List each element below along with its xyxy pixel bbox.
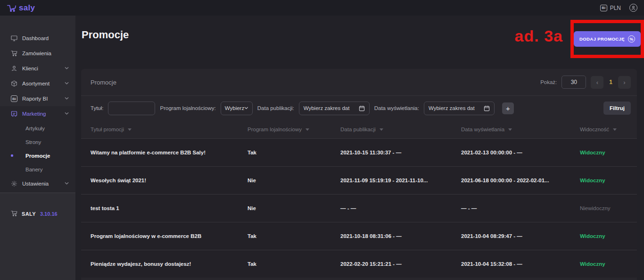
display-date-value: 2021-10-04 15:32:08 - —: [461, 261, 580, 267]
add-filter-button[interactable]: +: [502, 102, 514, 114]
column-header-title[interactable]: Tytuł promocji: [91, 127, 248, 132]
sidebar-item-label: Asortyment: [22, 81, 50, 86]
table-row[interactable]: Pieniądze wydajesz, bonusy dostajesz! Ta…: [81, 250, 637, 278]
panel-header: Promocje Pokaż: ‹ 1 ›: [81, 69, 637, 96]
sidebar-subitem-strony[interactable]: Strony: [0, 135, 75, 149]
column-header-display-date[interactable]: Data wyświetlania: [461, 127, 580, 132]
loyalty-filter-select[interactable]: Wybierz: [221, 102, 253, 115]
display-date-value: — - —: [461, 205, 580, 211]
marketing-board-icon: [11, 110, 17, 117]
loyalty-value: Nie: [248, 205, 340, 211]
publish-date-value: 2021-10-18 08:31:06 - —: [340, 233, 461, 239]
topbar-actions: Bi PLN: [600, 4, 637, 12]
app-name: SALY: [22, 211, 36, 217]
promotions-panel: Promocje Pokaż: ‹ 1 › Tytuł: Program loj…: [81, 69, 637, 280]
next-page-button[interactable]: ›: [618, 76, 631, 89]
display-date-placeholder: Wybierz zakres dat: [429, 105, 475, 111]
table-row[interactable]: Witamy na platformie e-commerce B2B Saly…: [81, 138, 637, 166]
sidebar-subitem-promocje[interactable]: Promocje: [0, 149, 75, 162]
page-title: Promocje: [82, 29, 129, 41]
loyalty-value: Nie: [248, 178, 340, 183]
cart-logo-icon: [7, 4, 17, 12]
promotion-title: test tosta 1: [91, 205, 248, 211]
sort-arrow-icon: [128, 128, 132, 131]
title-filter-input[interactable]: [108, 102, 155, 115]
user-icon: [631, 5, 636, 10]
sidebar-item-marketing[interactable]: Marketing: [0, 106, 75, 121]
logo-text: saly: [19, 3, 35, 13]
page-size-input[interactable]: [561, 76, 586, 89]
sidebar-item-label: Klienci: [22, 66, 38, 71]
filter-submit-button[interactable]: Filtruj: [603, 102, 631, 115]
annotation-ad-3a: ad. 3a: [515, 27, 563, 45]
publish-date-value: 2021-11-09 15:19:19 - 2021-11-10...: [340, 178, 461, 183]
person-icon: [11, 65, 17, 72]
column-header-visibility[interactable]: Widoczność: [580, 127, 637, 132]
sidebar-item-dashboard[interactable]: Dashboard: [0, 31, 75, 46]
publish-date-placeholder: Wybierz zakres dat: [304, 105, 350, 111]
display-date-value: 2021-02-13 00:00:00 - —: [461, 150, 580, 155]
chevron-down-icon: [65, 66, 69, 71]
sort-arrow-icon: [305, 128, 309, 131]
currency-selector[interactable]: Bi PLN: [600, 5, 621, 11]
current-page-number: 1: [608, 79, 613, 85]
sidebar-item-zamowienia[interactable]: Zamówienia: [0, 46, 75, 61]
publish-date-range-picker[interactable]: Wybierz zakres dat: [299, 102, 370, 115]
panel-title: Promocje: [91, 79, 116, 86]
display-date-filter-label: Data wyświetlania:: [374, 105, 419, 111]
publish-date-filter-label: Data publikacji:: [257, 105, 294, 111]
sidebar-item-ustawienia[interactable]: Ustawienia: [0, 176, 75, 191]
publish-date-value: — - —: [340, 205, 461, 211]
sidebar-item-label: Raporty BI: [22, 96, 48, 102]
bi-report-icon: Bi: [11, 95, 17, 102]
prev-page-button[interactable]: ‹: [591, 76, 603, 89]
table-row[interactable]: Program lojalnościowy w e-commerce B2B T…: [81, 222, 637, 250]
calendar-icon: [359, 105, 365, 111]
sidebar-item-klienci[interactable]: Klienci: [0, 61, 75, 76]
sidebar-item-asortyment[interactable]: Asortyment: [0, 76, 75, 91]
chevron-down-icon: [65, 181, 69, 187]
sidebar-item-raporty-bi[interactable]: Bi Raporty BI: [0, 91, 75, 106]
sort-arrow-icon: [613, 128, 617, 131]
display-date-value: 2021-06-18 00:00:00 - 2022-02-01...: [461, 178, 580, 183]
visibility-status: Widoczny: [580, 261, 637, 267]
display-date-value: 2021-10-04 08:29:47 - —: [461, 233, 580, 239]
pagination: Pokaż: ‹ 1 ›: [540, 76, 631, 89]
filter-bar: Tytuł: Program lojalnościowy: Wybierz Da…: [81, 96, 637, 120]
table-row[interactable]: test tosta 1 Nie — - — — - — Niewidoczny: [81, 194, 637, 222]
active-item-dot: [11, 154, 13, 157]
chevron-down-icon: [65, 96, 69, 102]
sidebar-subitem-label: Promocje: [25, 153, 50, 159]
sidebar-item-label: Dashboard: [22, 35, 49, 41]
app-logo[interactable]: saly: [7, 3, 35, 13]
package-icon: [11, 80, 17, 87]
loyalty-filter-label: Program lojalnościowy:: [160, 105, 215, 111]
app-version: 3.10.16: [40, 211, 58, 217]
promotion-title: Program lojalnościowy w e-commerce B2B: [91, 233, 248, 239]
sidebar-footer: SALY 3.10.16: [0, 193, 75, 280]
column-header-publish-date[interactable]: Data publikacji: [340, 127, 461, 132]
sidebar-subitem-banery[interactable]: Banery: [0, 162, 75, 176]
currency-code: PLN: [610, 5, 621, 11]
sidebar: Dashboard Zamówienia Klienci Asortyment …: [0, 16, 75, 280]
user-menu-button[interactable]: [629, 4, 637, 12]
annotation-highlight-frame: DODAJ PROMOCJĘ %: [570, 20, 644, 58]
visibility-status: Widoczny: [580, 233, 637, 239]
promotion-title: Wesołych świąt 2021!: [91, 178, 248, 183]
main-content: Promocje ad. 3a DODAJ PROMOCJĘ % Promocj…: [75, 16, 644, 280]
column-header-loyalty[interactable]: Program lojalnościowy: [248, 127, 340, 132]
show-label: Pokaż:: [540, 79, 557, 85]
sidebar-subitem-artykuly[interactable]: Artykuły: [0, 121, 75, 135]
gear-icon: [11, 180, 17, 187]
sidebar-item-label: Zamówienia: [22, 51, 51, 56]
table-row[interactable]: Wesołych świąt 2021! Nie 2021-11-09 15:1…: [81, 166, 637, 194]
table-header-row: Tytuł promocji Program lojalnościowy Dat…: [81, 120, 637, 138]
sort-arrow-icon: [508, 128, 512, 131]
chevron-down-icon: [65, 81, 69, 86]
sidebar-subitem-label: Strony: [25, 139, 41, 145]
display-date-range-picker[interactable]: Wybierz zakres dat: [424, 102, 495, 115]
marketing-section: Marketing Artykuły Strony Promocje Baner…: [0, 106, 75, 192]
title-filter-label: Tytuł:: [91, 105, 103, 111]
loyalty-select-value: Wybierz: [225, 105, 244, 111]
add-promotion-button[interactable]: DODAJ PROMOCJĘ %: [574, 31, 641, 47]
